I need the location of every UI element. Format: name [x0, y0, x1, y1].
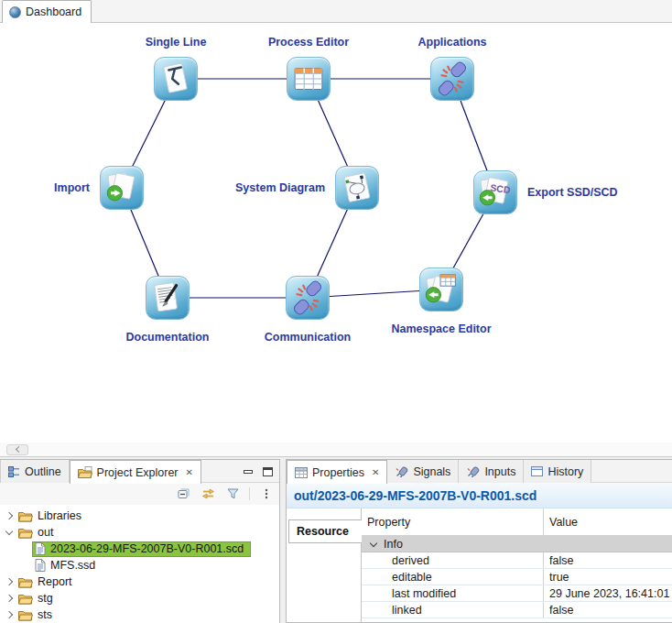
column-header-property[interactable]: Property	[362, 516, 543, 529]
connection-lines	[0, 24, 672, 443]
scroll-left-button[interactable]	[6, 444, 28, 455]
project-explorer-icon	[78, 466, 92, 478]
properties-tabbar: Properties Signals Inputs	[287, 460, 672, 483]
input-plug-icon	[466, 466, 480, 477]
file-icon	[35, 542, 46, 555]
process-editor-icon[interactable]	[287, 57, 331, 101]
selected-file-highlight[interactable]: 2023-06-29-MFS-2007B-V0-R001.scd	[32, 541, 251, 557]
tree-item-ssd-file[interactable]: MFS.ssd	[0, 557, 279, 574]
tab-inputs[interactable]: Inputs	[459, 460, 524, 483]
maximize-button[interactable]	[263, 467, 273, 476]
tree-item-report[interactable]: Report	[0, 574, 279, 590]
dashboard-node-documentation: Documentation	[146, 276, 190, 320]
resource-title: out/2023-06-29-MFS-2007B-V0-R001.scd	[294, 488, 537, 503]
property-row-last-modified[interactable]: last modified 29 June 2023, 16:41:01	[362, 585, 672, 602]
link-with-editor-button[interactable]	[200, 486, 216, 502]
column-header-value[interactable]: Value	[543, 508, 672, 535]
tab-outline[interactable]: Outline	[0, 460, 70, 483]
dashboard-canvas: Single Line Process Editor	[0, 24, 672, 443]
application-window: Dashboard Single Line	[0, 0, 672, 623]
close-icon[interactable]	[372, 468, 379, 477]
tab-resource[interactable]: Resource	[288, 519, 362, 543]
node-label: Process Editor	[268, 36, 349, 49]
documentation-icon[interactable]	[146, 276, 190, 320]
editor-horizontal-scrollbar[interactable]	[0, 443, 672, 456]
chevron-right-icon[interactable]	[5, 595, 13, 602]
category-row-info[interactable]: Info	[362, 536, 672, 552]
properties-side-tabs: Resource	[287, 508, 362, 622]
history-icon	[531, 466, 543, 476]
tree-item-label: stg	[38, 592, 53, 605]
property-value: 29 June 2023, 16:41:01	[543, 585, 672, 601]
dashboard-node-import: Import	[100, 166, 144, 210]
chevron-down-icon[interactable]	[5, 528, 13, 535]
node-label: System Diagram	[235, 181, 325, 194]
property-row-editable[interactable]: editable true	[362, 569, 672, 585]
namespace-editor-icon[interactable]	[419, 268, 463, 312]
collapse-all-button[interactable]	[175, 486, 191, 502]
property-row-linked[interactable]: linked false	[362, 602, 672, 618]
tree-item-stg[interactable]: stg	[0, 590, 279, 607]
tab-history[interactable]: History	[524, 460, 591, 483]
dashboard-node-single-line: Single Line	[154, 57, 198, 101]
folder-icon	[18, 593, 33, 605]
tab-properties[interactable]: Properties	[287, 460, 387, 484]
signal-plug-icon	[395, 466, 408, 477]
property-value: true	[543, 569, 672, 585]
node-label: Namespace Editor	[391, 322, 491, 335]
tab-history-label: History	[547, 465, 583, 478]
filter-button[interactable]	[224, 486, 241, 502]
tab-signals-label: Signals	[413, 465, 450, 478]
tab-dashboard[interactable]: Dashboard	[2, 0, 92, 23]
chevron-right-icon[interactable]	[5, 578, 13, 585]
property-name: last modified	[362, 587, 543, 600]
tree-item-sts[interactable]: sts	[0, 607, 279, 623]
dashboard-node-export-ssd-scd: Export SSD/SCD SCD	[473, 170, 517, 214]
node-label: Import	[54, 181, 90, 194]
outline-icon	[8, 466, 20, 477]
single-line-icon[interactable]	[154, 57, 198, 101]
tab-project-explorer[interactable]: Project Explorer	[70, 460, 201, 484]
folder-icon	[18, 527, 33, 539]
property-row-derived[interactable]: derived false	[362, 552, 672, 569]
minimize-button[interactable]	[244, 470, 253, 474]
property-name: linked	[362, 604, 543, 617]
explorer-toolbar	[0, 483, 279, 505]
tab-resource-label: Resource	[297, 525, 349, 538]
tree-item-label: out	[38, 526, 53, 539]
chevron-right-icon[interactable]	[5, 611, 13, 618]
bottom-panel-area: Outline Project Explorer	[0, 456, 672, 623]
export-ssd-scd-icon[interactable]: SCD	[473, 170, 517, 214]
tree-item-out[interactable]: out	[0, 524, 279, 541]
communication-icon[interactable]	[286, 276, 330, 320]
table-header-row: Property Value	[362, 508, 672, 536]
project-tree: Libraries out 2023-06-29-MFS-2007	[0, 505, 279, 623]
tree-item-scd-file[interactable]: 2023-06-29-MFS-2007B-V0-R001.scd	[0, 541, 279, 557]
dashboard-node-system-diagram: System Diagram	[335, 166, 379, 210]
close-icon[interactable]	[186, 468, 193, 477]
toolbar-separator	[249, 487, 250, 500]
tree-item-libraries[interactable]: Libraries	[0, 508, 279, 524]
tab-signals[interactable]: Signals	[387, 460, 459, 483]
properties-body: Resource Property Value Info derived fal…	[287, 508, 672, 622]
applications-icon[interactable]	[430, 57, 474, 101]
editor-tabbar: Dashboard	[0, 0, 672, 23]
system-diagram-icon[interactable]	[335, 166, 379, 210]
chevron-left-icon	[15, 446, 21, 453]
properties-form-header: out/2023-06-29-MFS-2007B-V0-R001.scd	[287, 483, 672, 508]
node-label: Single Line	[146, 36, 207, 49]
chevron-right-icon[interactable]	[5, 512, 13, 519]
tab-properties-label: Properties	[312, 466, 364, 479]
project-explorer-panel: Outline Project Explorer	[0, 459, 280, 623]
tab-outline-label: Outline	[25, 465, 61, 478]
chevron-down-icon[interactable]	[370, 539, 377, 546]
properties-panel: Properties Signals Inputs	[286, 459, 672, 623]
tree-item-label: MFS.ssd	[50, 559, 95, 572]
import-icon[interactable]	[100, 166, 144, 210]
tree-item-label: sts	[38, 608, 52, 621]
explorer-tabbar: Outline Project Explorer	[0, 460, 279, 483]
view-menu-button[interactable]	[258, 486, 275, 502]
folder-icon	[18, 510, 33, 522]
dashboard-icon	[9, 6, 21, 18]
node-label: Documentation	[126, 331, 210, 344]
